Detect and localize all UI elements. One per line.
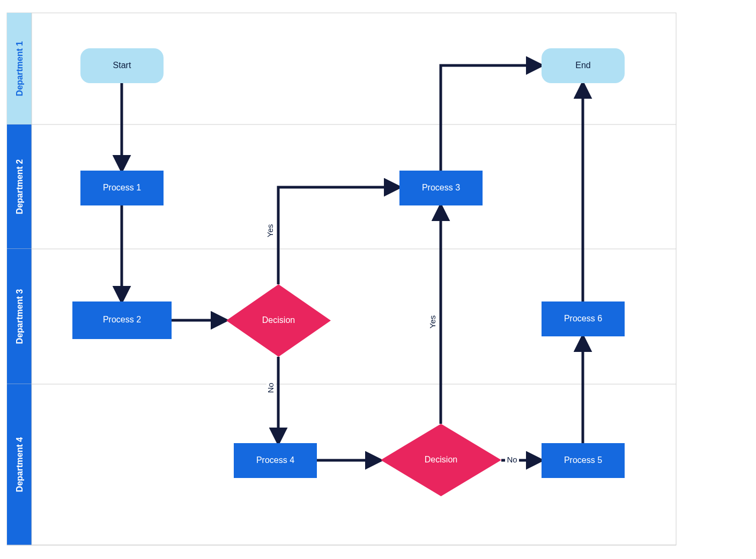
- diagram-svg: Department 1Department 2Department 3Depa…: [0, 0, 756, 559]
- node-label-p2: Process 2: [103, 315, 141, 324]
- node-label-start: Start: [113, 61, 131, 70]
- node-label-p3: Process 3: [422, 183, 460, 192]
- lane-title-0: Department 1: [15, 41, 24, 96]
- edge-label-3: Yes: [265, 224, 275, 237]
- node-p2[interactable]: Process 2: [72, 301, 172, 339]
- node-label-d2: Decision: [425, 455, 457, 464]
- node-label-p6: Process 6: [564, 314, 602, 323]
- node-label-p5: Process 5: [564, 455, 602, 465]
- node-p6[interactable]: Process 6: [542, 301, 625, 336]
- node-d2[interactable]: Decision: [381, 424, 501, 496]
- node-label-p1: Process 1: [103, 183, 141, 192]
- node-label-d1: Decision: [262, 315, 295, 325]
- edge-label-6: Yes: [428, 315, 437, 328]
- node-label-end: End: [575, 61, 590, 70]
- lane-title-1: Department 2: [15, 159, 24, 214]
- edge-3: [278, 187, 399, 284]
- swimlane-flowchart: Department 1Department 2Department 3Depa…: [0, 0, 756, 559]
- node-label-p4: Process 4: [256, 455, 294, 465]
- edge-label-4: No: [266, 383, 275, 393]
- node-p3[interactable]: Process 3: [399, 171, 483, 205]
- node-p5[interactable]: Process 5: [542, 443, 625, 478]
- node-start[interactable]: Start: [80, 48, 164, 83]
- lane-title-3: Department 4: [15, 437, 24, 492]
- node-d1[interactable]: Decision: [226, 284, 331, 357]
- edge-10: [441, 65, 542, 171]
- edge-label-7: No: [507, 455, 517, 464]
- node-p4[interactable]: Process 4: [234, 443, 317, 478]
- node-p1[interactable]: Process 1: [80, 171, 164, 205]
- lane-title-2: Department 3: [15, 289, 24, 344]
- node-end[interactable]: End: [542, 48, 625, 83]
